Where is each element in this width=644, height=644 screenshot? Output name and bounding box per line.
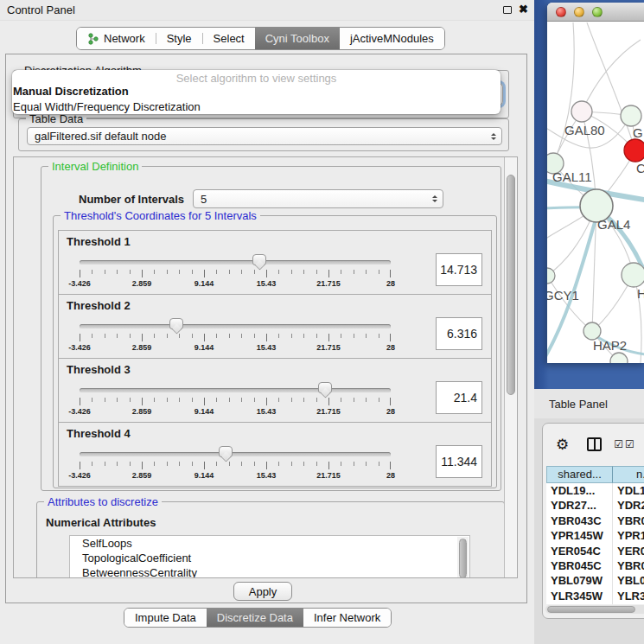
list-item[interactable]: BetweennessCentrality bbox=[70, 565, 469, 578]
table-horizontal-scrollbar[interactable] bbox=[545, 605, 644, 614]
slider-ticks bbox=[80, 334, 391, 341]
gear-icon[interactable]: ⚙ bbox=[556, 436, 569, 454]
tick-label: 2.859 bbox=[132, 407, 152, 416]
table-row[interactable]: YER054C YER05 bbox=[546, 544, 644, 558]
tab-network[interactable]: Network bbox=[77, 28, 156, 49]
table-row[interactable]: YBR043C YBR04 bbox=[546, 513, 644, 528]
combo-arrows-icon bbox=[491, 133, 496, 140]
slider-thumb[interactable] bbox=[318, 382, 332, 393]
tab-cyni-toolbox[interactable]: Cyni Toolbox bbox=[255, 28, 340, 49]
node-label: GAL4 bbox=[597, 217, 630, 232]
slider-track[interactable] bbox=[80, 388, 391, 392]
tab-infer-network-label: Infer Network bbox=[314, 611, 380, 624]
attributes-group: Attributes to discretize Numerical Attri… bbox=[36, 501, 505, 578]
network-view-window[interactable]: GAL80 G C GAL11 GAL4 GCY1 H HAP2 bbox=[547, 3, 644, 363]
checkbox-icon[interactable]: ☑ bbox=[625, 438, 634, 450]
network-window-titlebar[interactable] bbox=[547, 3, 644, 22]
float-window-icon[interactable] bbox=[503, 6, 512, 14]
threshold-value-box[interactable]: 11.344 bbox=[436, 445, 482, 478]
tick-label: 28 bbox=[386, 407, 395, 416]
table-row[interactable]: YDR27... YDR27 bbox=[546, 498, 644, 513]
network-canvas[interactable]: GAL80 G C GAL11 GAL4 GCY1 H HAP2 bbox=[547, 22, 644, 363]
cell-shared-name[interactable]: YDL19... bbox=[546, 483, 613, 498]
cell-name[interactable]: YPR14 bbox=[613, 528, 644, 543]
cell-shared-name[interactable]: YBR043C bbox=[546, 513, 613, 528]
table-row[interactable]: YBL079W YBL07 bbox=[546, 573, 644, 588]
cell-shared-name[interactable]: YPR145W bbox=[546, 528, 613, 543]
list-scrollbar[interactable] bbox=[457, 537, 469, 578]
threshold-slider[interactable]: -3.426 2.859 9.144 15.43 21.715 28 bbox=[80, 253, 391, 291]
number-of-intervals-combobox[interactable]: 5 bbox=[193, 189, 443, 208]
tab-select[interactable]: Select bbox=[203, 28, 255, 49]
slider-track[interactable] bbox=[80, 324, 391, 328]
cell-name[interactable]: YBL07 bbox=[613, 573, 644, 588]
cell-name[interactable]: YER05 bbox=[613, 544, 644, 558]
close-icon[interactable]: ✖ bbox=[519, 3, 528, 16]
bottom-tab-bar: Impute Data Discretize Data Infer Networ… bbox=[124, 608, 392, 628]
slider-track[interactable] bbox=[80, 452, 391, 456]
numerical-attributes-list[interactable]: SelfLoops TopologicalCoefficient Between… bbox=[69, 535, 470, 578]
column-header-name[interactable]: n... bbox=[613, 466, 644, 483]
node-label: GAL11 bbox=[552, 169, 592, 184]
table-row[interactable]: YIL052C YIL05 bbox=[546, 603, 644, 604]
slider-thumb[interactable] bbox=[219, 446, 233, 457]
threshold-slider[interactable]: -3.426 2.859 9.144 15.43 21.715 28 bbox=[80, 381, 391, 419]
apply-button[interactable]: Apply bbox=[233, 582, 292, 601]
slider-thumb[interactable] bbox=[169, 318, 183, 329]
dropdown-option-manual[interactable]: Manual Discretization bbox=[12, 84, 501, 99]
list-scrollbar-thumb[interactable] bbox=[459, 539, 467, 578]
table-row[interactable]: YDL19... YDL19 bbox=[546, 483, 644, 498]
cell-shared-name[interactable]: YDR27... bbox=[546, 498, 613, 513]
cell-name[interactable]: YDR27 bbox=[613, 498, 644, 513]
threshold-value-box[interactable]: 6.316 bbox=[436, 317, 482, 350]
tab-style[interactable]: Style bbox=[156, 28, 202, 49]
cell-shared-name[interactable]: YLR345W bbox=[546, 589, 613, 603]
node-partial-mid-right bbox=[622, 263, 644, 287]
threshold-value-box[interactable]: 14.713 bbox=[436, 253, 482, 286]
column-header-shared[interactable]: shared... bbox=[546, 466, 613, 483]
slider-ticks bbox=[80, 462, 391, 469]
threshold-slider[interactable]: -3.426 2.859 9.144 15.43 21.715 28 bbox=[80, 317, 391, 355]
tab-jactivemnodules[interactable]: jActiveMNodules bbox=[340, 28, 444, 49]
control-panel: Control Panel ✖ Network Style bbox=[0, 0, 534, 644]
slider-track[interactable] bbox=[80, 260, 391, 265]
cell-name[interactable]: YLR34 bbox=[613, 589, 644, 603]
table-scrollbar-thumb[interactable] bbox=[547, 606, 635, 613]
cell-name[interactable]: YBR04 bbox=[613, 558, 644, 573]
cell-shared-name[interactable]: YBL079W bbox=[546, 573, 613, 588]
numerical-attributes-label: Numerical Attributes bbox=[46, 516, 156, 529]
dropdown-option-equal-width[interactable]: Equal Width/Frequency Discretization bbox=[12, 99, 501, 114]
zoom-traffic-light-icon[interactable] bbox=[592, 7, 603, 17]
checkbox-icon[interactable]: ☑ bbox=[614, 438, 623, 450]
threshold-value-box[interactable]: 21.4 bbox=[436, 381, 482, 414]
slider-tick-labels: -3.426 2.859 9.144 15.43 21.715 28 bbox=[80, 279, 391, 289]
node-label: C bbox=[636, 161, 644, 175]
tick-label: 9.144 bbox=[194, 471, 214, 480]
columns-icon[interactable] bbox=[587, 437, 602, 451]
cell-shared-name[interactable]: YER054C bbox=[546, 544, 613, 558]
threshold-panel-4: Threshold 4 -3.426 2.859 9.144 15.43 bbox=[58, 422, 492, 487]
cell-shared-name[interactable]: YIL052C bbox=[546, 603, 613, 604]
thresholds-group-title: Threshold's Coordinates for 5 Intervals bbox=[61, 209, 260, 222]
table-row[interactable]: YLR345W YLR34 bbox=[546, 589, 644, 603]
settings-scrollbar-thumb[interactable] bbox=[507, 175, 515, 395]
table-data-group: Table Data galFiltered.sif default node bbox=[18, 118, 509, 151]
cell-shared-name[interactable]: YBR045C bbox=[546, 558, 613, 573]
tab-discretize-data[interactable]: Discretize Data bbox=[207, 609, 303, 627]
table-row[interactable]: YBR045C YBR04 bbox=[546, 558, 644, 573]
table-data-combobox[interactable]: galFiltered.sif default node bbox=[27, 127, 502, 145]
list-item[interactable]: TopologicalCoefficient bbox=[70, 551, 469, 565]
settings-scrollbar[interactable] bbox=[504, 157, 517, 577]
minimize-traffic-light-icon[interactable] bbox=[574, 7, 584, 17]
table-row[interactable]: YPR145W YPR14 bbox=[546, 528, 644, 543]
slider-thumb[interactable] bbox=[252, 254, 266, 265]
tab-infer-network[interactable]: Infer Network bbox=[303, 609, 391, 627]
tab-impute-data[interactable]: Impute Data bbox=[124, 609, 207, 627]
cell-name[interactable]: YBR04 bbox=[613, 513, 644, 528]
threshold-slider[interactable]: -3.426 2.859 9.144 15.43 21.715 28 bbox=[80, 445, 391, 483]
node-label: HAP2 bbox=[593, 338, 627, 353]
cell-name[interactable]: YIL05 bbox=[613, 603, 644, 604]
cell-name[interactable]: YDL19 bbox=[613, 483, 644, 498]
close-traffic-light-icon[interactable] bbox=[556, 7, 566, 17]
list-item[interactable]: SelfLoops bbox=[70, 536, 469, 551]
